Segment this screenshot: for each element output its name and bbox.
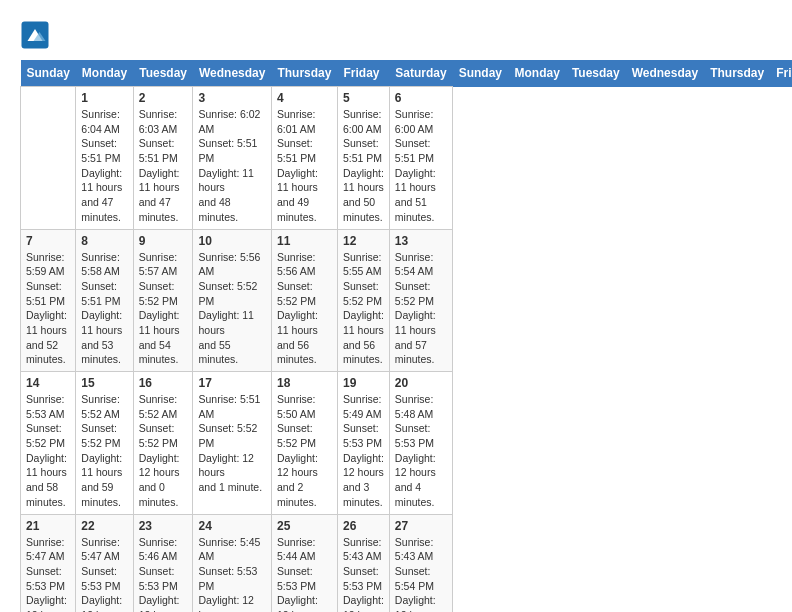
day-number: 15 [81, 376, 127, 390]
calendar-cell: 12Sunrise: 5:55 AM Sunset: 5:52 PM Dayli… [337, 229, 389, 372]
day-number: 16 [139, 376, 188, 390]
day-info: Sunrise: 5:56 AM Sunset: 5:52 PM Dayligh… [198, 250, 265, 368]
day-number: 22 [81, 519, 127, 533]
col-header-tuesday: Tuesday [566, 60, 626, 87]
day-info: Sunrise: 5:46 AM Sunset: 5:53 PM Dayligh… [139, 535, 188, 613]
day-number: 7 [26, 234, 70, 248]
calendar-cell: 22Sunrise: 5:47 AM Sunset: 5:53 PM Dayli… [76, 514, 133, 612]
day-info: Sunrise: 5:52 AM Sunset: 5:52 PM Dayligh… [81, 392, 127, 510]
day-number: 12 [343, 234, 384, 248]
calendar-cell: 21Sunrise: 5:47 AM Sunset: 5:53 PM Dayli… [21, 514, 76, 612]
day-info: Sunrise: 5:58 AM Sunset: 5:51 PM Dayligh… [81, 250, 127, 368]
day-number: 2 [139, 91, 188, 105]
day-info: Sunrise: 5:47 AM Sunset: 5:53 PM Dayligh… [81, 535, 127, 613]
day-info: Sunrise: 5:57 AM Sunset: 5:52 PM Dayligh… [139, 250, 188, 368]
page-header [20, 20, 772, 50]
day-info: Sunrise: 5:43 AM Sunset: 5:53 PM Dayligh… [343, 535, 384, 613]
calendar-week-1: 1Sunrise: 6:04 AM Sunset: 5:51 PM Daylig… [21, 87, 793, 230]
day-number: 14 [26, 376, 70, 390]
day-info: Sunrise: 5:49 AM Sunset: 5:53 PM Dayligh… [343, 392, 384, 510]
day-info: Sunrise: 6:02 AM Sunset: 5:51 PM Dayligh… [198, 107, 265, 225]
day-number: 8 [81, 234, 127, 248]
calendar-cell: 2Sunrise: 6:03 AM Sunset: 5:51 PM Daylig… [133, 87, 193, 230]
day-info: Sunrise: 5:48 AM Sunset: 5:53 PM Dayligh… [395, 392, 447, 510]
day-info: Sunrise: 6:00 AM Sunset: 5:51 PM Dayligh… [343, 107, 384, 225]
day-number: 20 [395, 376, 447, 390]
calendar-cell: 10Sunrise: 5:56 AM Sunset: 5:52 PM Dayli… [193, 229, 271, 372]
day-number: 1 [81, 91, 127, 105]
day-number: 4 [277, 91, 332, 105]
day-info: Sunrise: 6:00 AM Sunset: 5:51 PM Dayligh… [395, 107, 447, 225]
day-number: 26 [343, 519, 384, 533]
day-info: Sunrise: 5:56 AM Sunset: 5:52 PM Dayligh… [277, 250, 332, 368]
calendar-table: SundayMondayTuesdayWednesdayThursdayFrid… [20, 60, 792, 612]
calendar-cell [21, 87, 76, 230]
col-header-thursday: Thursday [704, 60, 770, 87]
logo-icon [20, 20, 50, 50]
col-header-sunday: Sunday [453, 60, 509, 87]
day-info: Sunrise: 5:51 AM Sunset: 5:52 PM Dayligh… [198, 392, 265, 495]
calendar-cell: 3Sunrise: 6:02 AM Sunset: 5:51 PM Daylig… [193, 87, 271, 230]
day-number: 13 [395, 234, 447, 248]
day-number: 10 [198, 234, 265, 248]
day-number: 19 [343, 376, 384, 390]
calendar-cell: 6Sunrise: 6:00 AM Sunset: 5:51 PM Daylig… [389, 87, 452, 230]
col-header-wednesday: Wednesday [626, 60, 704, 87]
calendar-cell: 13Sunrise: 5:54 AM Sunset: 5:52 PM Dayli… [389, 229, 452, 372]
calendar-cell: 27Sunrise: 5:43 AM Sunset: 5:54 PM Dayli… [389, 514, 452, 612]
day-info: Sunrise: 6:01 AM Sunset: 5:51 PM Dayligh… [277, 107, 332, 225]
day-number: 5 [343, 91, 384, 105]
day-number: 18 [277, 376, 332, 390]
day-number: 9 [139, 234, 188, 248]
day-info: Sunrise: 5:45 AM Sunset: 5:53 PM Dayligh… [198, 535, 265, 613]
calendar-cell: 23Sunrise: 5:46 AM Sunset: 5:53 PM Dayli… [133, 514, 193, 612]
day-number: 25 [277, 519, 332, 533]
day-info: Sunrise: 6:03 AM Sunset: 5:51 PM Dayligh… [139, 107, 188, 225]
day-info: Sunrise: 5:55 AM Sunset: 5:52 PM Dayligh… [343, 250, 384, 368]
day-info: Sunrise: 6:04 AM Sunset: 5:51 PM Dayligh… [81, 107, 127, 225]
day-info: Sunrise: 5:52 AM Sunset: 5:52 PM Dayligh… [139, 392, 188, 510]
day-number: 11 [277, 234, 332, 248]
calendar-cell: 19Sunrise: 5:49 AM Sunset: 5:53 PM Dayli… [337, 372, 389, 515]
col-header-monday: Monday [76, 60, 133, 87]
day-info: Sunrise: 5:44 AM Sunset: 5:53 PM Dayligh… [277, 535, 332, 613]
day-number: 17 [198, 376, 265, 390]
calendar-header-row: SundayMondayTuesdayWednesdayThursdayFrid… [21, 60, 793, 87]
calendar-cell: 1Sunrise: 6:04 AM Sunset: 5:51 PM Daylig… [76, 87, 133, 230]
calendar-cell: 11Sunrise: 5:56 AM Sunset: 5:52 PM Dayli… [271, 229, 337, 372]
col-header-friday: Friday [337, 60, 389, 87]
calendar-cell: 25Sunrise: 5:44 AM Sunset: 5:53 PM Dayli… [271, 514, 337, 612]
calendar-cell: 14Sunrise: 5:53 AM Sunset: 5:52 PM Dayli… [21, 372, 76, 515]
calendar-cell: 4Sunrise: 6:01 AM Sunset: 5:51 PM Daylig… [271, 87, 337, 230]
calendar-cell: 8Sunrise: 5:58 AM Sunset: 5:51 PM Daylig… [76, 229, 133, 372]
col-header-monday: Monday [509, 60, 566, 87]
calendar-cell: 9Sunrise: 5:57 AM Sunset: 5:52 PM Daylig… [133, 229, 193, 372]
col-header-sunday: Sunday [21, 60, 76, 87]
day-info: Sunrise: 5:47 AM Sunset: 5:53 PM Dayligh… [26, 535, 70, 613]
day-number: 21 [26, 519, 70, 533]
col-header-saturday: Saturday [389, 60, 452, 87]
calendar-week-3: 14Sunrise: 5:53 AM Sunset: 5:52 PM Dayli… [21, 372, 793, 515]
calendar-cell: 5Sunrise: 6:00 AM Sunset: 5:51 PM Daylig… [337, 87, 389, 230]
calendar-cell: 17Sunrise: 5:51 AM Sunset: 5:52 PM Dayli… [193, 372, 271, 515]
calendar-cell: 16Sunrise: 5:52 AM Sunset: 5:52 PM Dayli… [133, 372, 193, 515]
calendar-cell: 26Sunrise: 5:43 AM Sunset: 5:53 PM Dayli… [337, 514, 389, 612]
calendar-week-2: 7Sunrise: 5:59 AM Sunset: 5:51 PM Daylig… [21, 229, 793, 372]
col-header-friday: Friday [770, 60, 792, 87]
col-header-tuesday: Tuesday [133, 60, 193, 87]
logo [20, 20, 54, 50]
day-number: 3 [198, 91, 265, 105]
day-number: 23 [139, 519, 188, 533]
calendar-week-4: 21Sunrise: 5:47 AM Sunset: 5:53 PM Dayli… [21, 514, 793, 612]
day-info: Sunrise: 5:59 AM Sunset: 5:51 PM Dayligh… [26, 250, 70, 368]
calendar-cell: 24Sunrise: 5:45 AM Sunset: 5:53 PM Dayli… [193, 514, 271, 612]
day-number: 6 [395, 91, 447, 105]
calendar-cell: 20Sunrise: 5:48 AM Sunset: 5:53 PM Dayli… [389, 372, 452, 515]
calendar-cell: 7Sunrise: 5:59 AM Sunset: 5:51 PM Daylig… [21, 229, 76, 372]
calendar-cell: 18Sunrise: 5:50 AM Sunset: 5:52 PM Dayli… [271, 372, 337, 515]
col-header-thursday: Thursday [271, 60, 337, 87]
calendar-cell: 15Sunrise: 5:52 AM Sunset: 5:52 PM Dayli… [76, 372, 133, 515]
day-info: Sunrise: 5:50 AM Sunset: 5:52 PM Dayligh… [277, 392, 332, 510]
day-info: Sunrise: 5:53 AM Sunset: 5:52 PM Dayligh… [26, 392, 70, 510]
col-header-wednesday: Wednesday [193, 60, 271, 87]
